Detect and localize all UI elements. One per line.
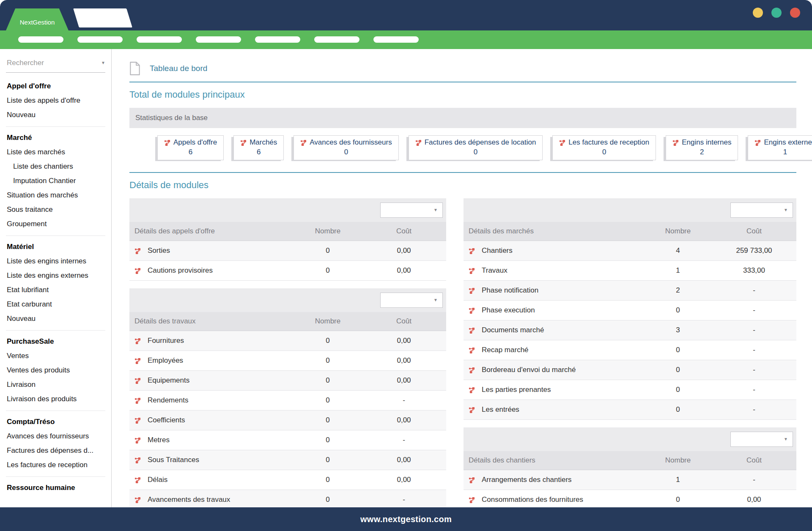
- stat-card[interactable]: Engins internes2: [666, 135, 738, 160]
- column-header-cout: Coût: [362, 227, 446, 235]
- details-panel: ▼Détails des travauxNombreCoûtFourniture…: [129, 288, 446, 507]
- stats-bar: Statistiques de la base: [129, 108, 796, 128]
- table-row[interactable]: Sorties00,00: [129, 241, 446, 261]
- row-label-cell: Documents marché: [464, 326, 644, 334]
- table-row[interactable]: Fournitures00,00: [129, 331, 446, 351]
- sidebar-item[interactable]: Livraison des produits: [6, 392, 105, 406]
- sitemap-icon: [469, 287, 475, 294]
- sidebar-item[interactable]: Etat carburant: [6, 297, 105, 312]
- nav-item-placeholder[interactable]: [373, 36, 419, 43]
- table-row[interactable]: Consommations des fournitures00,00: [464, 490, 796, 507]
- table-row[interactable]: Chantiers4259 733,00: [464, 241, 796, 261]
- details-column-right: ▼Détails des marchésNombreCoûtChantiers4…: [464, 198, 796, 507]
- stat-card[interactable]: Les factures de reception0: [552, 135, 656, 160]
- nav-item-placeholder[interactable]: [196, 36, 241, 43]
- table-row[interactable]: Travaux1333,00: [464, 261, 796, 281]
- row-nombre: 0: [294, 337, 362, 345]
- nav-item-placeholder[interactable]: [18, 36, 63, 43]
- sidebar-item[interactable]: Nouveau: [6, 108, 105, 122]
- sidebar-item[interactable]: Imputation Chantier: [6, 174, 105, 188]
- row-cout: 0,00: [362, 416, 446, 424]
- row-label: Délais: [148, 476, 167, 484]
- sidebar-item[interactable]: Liste des engins internes: [6, 254, 105, 268]
- table-row[interactable]: Délais00,00: [129, 470, 446, 490]
- table-row[interactable]: Avancements des travaux0-: [129, 490, 446, 507]
- nav-item-placeholder[interactable]: [314, 36, 359, 43]
- sidebar-item[interactable]: Ventes: [6, 349, 105, 363]
- table-row[interactable]: Phase notification2-: [464, 281, 796, 301]
- sidebar-section-title: Marché: [6, 131, 105, 145]
- sidebar-item[interactable]: Etat lubrifiant: [6, 283, 105, 297]
- sidebar-item[interactable]: Les factures de reception: [6, 458, 105, 472]
- table-row[interactable]: Cautions provisoires00,00: [129, 261, 446, 281]
- nav-item-placeholder[interactable]: [137, 36, 182, 43]
- sidebar-item[interactable]: Nouveau: [6, 312, 105, 326]
- sidebar-section-title: PurchaseSale: [6, 335, 105, 349]
- secondary-tab[interactable]: [73, 8, 132, 27]
- table-row[interactable]: Les parties prenantes0-: [464, 380, 796, 400]
- sidebar-item[interactable]: Liste des appels d'offre: [6, 93, 105, 108]
- sidebar-section-title: Compta/Tréso: [6, 416, 105, 429]
- sidebar-item[interactable]: Avances des fournisseurs: [6, 429, 105, 443]
- app-footer: www.nextgestion.com: [0, 507, 812, 531]
- sitemap-icon: [559, 140, 565, 146]
- brand-tab[interactable]: NextGestion: [6, 8, 69, 30]
- stat-card[interactable]: Marchés6: [233, 135, 284, 160]
- details-columns: ▼Détails des appels d'offreNombreCoûtSor…: [129, 198, 796, 507]
- row-cout: -: [362, 436, 446, 444]
- table-row[interactable]: Les entrées0-: [464, 400, 796, 420]
- table-row[interactable]: Coefficients00,00: [129, 411, 446, 430]
- nav-item-placeholder[interactable]: [77, 36, 123, 43]
- search-input[interactable]: [6, 58, 101, 68]
- filter-select[interactable]: ▼: [380, 293, 443, 308]
- window-dot-yellow[interactable]: [753, 8, 763, 18]
- table-row[interactable]: Arrangements des chantiers1-: [464, 470, 796, 490]
- row-cout: -: [362, 396, 446, 405]
- footer-link[interactable]: www.nextgestion.com: [360, 515, 452, 524]
- row-nombre: 0: [294, 476, 362, 484]
- table-header-row: Détails des marchésNombreCoût: [464, 222, 796, 241]
- chevron-down-icon[interactable]: ▼: [101, 61, 105, 65]
- stat-card[interactable]: Engins externes1: [748, 135, 812, 160]
- column-header-cout: Coût: [362, 317, 446, 326]
- sidebar-item[interactable]: Groupement: [6, 217, 105, 231]
- table-row[interactable]: Rendements0-: [129, 391, 446, 411]
- sidebar-item[interactable]: Livraison: [6, 378, 105, 392]
- table-row[interactable]: Recap marché0-: [464, 340, 796, 360]
- stat-card[interactable]: Avances des fournisseurs0: [294, 135, 398, 160]
- filter-select[interactable]: ▼: [380, 203, 443, 218]
- sidebar-item[interactable]: Liste des chantiers: [6, 159, 105, 174]
- stat-card-value: 0: [300, 148, 392, 156]
- window-dot-red[interactable]: [790, 8, 800, 18]
- page-title: Tableau de bord: [150, 64, 207, 73]
- stat-card[interactable]: Factures des dépenses de location0: [409, 135, 543, 160]
- row-label: Les entrées: [482, 405, 519, 414]
- table-row[interactable]: Bordereau d'envoi du marché0-: [464, 360, 796, 380]
- filter-select[interactable]: ▼: [730, 203, 793, 218]
- sidebar-item[interactable]: Liste des engins externes: [6, 268, 105, 283]
- app-window: NextGestion ▼ Appel d'offreListe des app…: [0, 0, 812, 531]
- nav-item-placeholder[interactable]: [255, 36, 300, 43]
- table-row[interactable]: Documents marché3-: [464, 320, 796, 340]
- row-nombre: 0: [294, 376, 362, 385]
- row-cout: -: [712, 286, 796, 295]
- table-row[interactable]: Employées00,00: [129, 351, 446, 371]
- section-title-details: Détails de modules: [129, 180, 796, 191]
- sidebar-item[interactable]: Liste des marchés: [6, 145, 105, 159]
- table-row[interactable]: Metres0-: [129, 430, 446, 450]
- window-dot-teal[interactable]: [771, 8, 782, 18]
- row-cout: 0,00: [362, 476, 446, 484]
- stat-card[interactable]: Appels d'offre6: [157, 135, 224, 160]
- sidebar-item[interactable]: Ventes des produits: [6, 363, 105, 378]
- sidebar-item[interactable]: Sous traitance: [6, 203, 105, 217]
- row-nombre: 0: [294, 436, 362, 444]
- sidebar-item[interactable]: Situation des marchés: [6, 188, 105, 203]
- table-row[interactable]: Sous Traitances00,00: [129, 450, 446, 470]
- row-label: Chantiers: [482, 246, 513, 255]
- table-row[interactable]: Phase execution0-: [464, 301, 796, 320]
- sidebar-item[interactable]: Factures des dépenses d...: [6, 443, 105, 458]
- chevron-down-icon: ▼: [433, 208, 438, 212]
- filter-select[interactable]: ▼: [730, 432, 793, 447]
- table-row[interactable]: Equipements00,00: [129, 371, 446, 391]
- row-label-cell: Bordereau d'envoi du marché: [464, 366, 644, 374]
